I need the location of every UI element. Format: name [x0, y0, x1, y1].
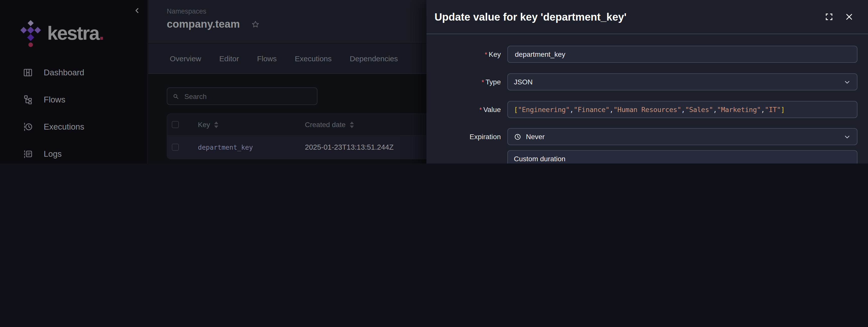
app-window: kestra. Dashboard Flows Executions [0, 0, 868, 164]
json-comma: , [713, 106, 717, 114]
drawer-header: Update value for key 'department_key' [427, 0, 868, 34]
json-comma: , [569, 106, 574, 114]
value-field-row: *Value ["Engineering","Finance","Human R… [427, 101, 868, 118]
json-string: "IT" [765, 106, 781, 114]
expiration-field-label: Expiration [427, 132, 507, 141]
custom-duration-row: Custom duration [427, 150, 868, 164]
type-field-label: *Type [427, 78, 507, 86]
update-kv-drawer: Update value for key 'department_key' *K… [427, 0, 868, 164]
json-bracket: [ [514, 106, 518, 114]
json-string: "Human Resources" [613, 106, 681, 114]
custom-duration-button[interactable]: Custom duration [507, 150, 858, 164]
json-comma: , [761, 106, 765, 114]
required-marker: * [482, 78, 484, 86]
json-string: "Finance" [574, 106, 610, 114]
kv-form: *Key *Type JSON *Value ["Engineering","F… [427, 34, 868, 164]
key-field[interactable] [507, 46, 858, 63]
expiration-select[interactable]: Never [507, 128, 858, 145]
type-select-value: JSON [514, 78, 533, 86]
key-field-label: *Key [427, 50, 507, 58]
required-marker: * [485, 51, 487, 58]
chevron-down-icon [843, 78, 851, 86]
json-comma: , [610, 106, 614, 114]
close-icon[interactable] [845, 12, 854, 21]
json-string: "Marketing" [717, 106, 761, 114]
required-marker: * [479, 106, 482, 114]
json-bracket: ] [781, 106, 785, 114]
type-select[interactable]: JSON [507, 73, 858, 90]
custom-duration-label: Custom duration [514, 155, 565, 163]
type-field-row: *Type JSON [427, 73, 868, 90]
modal-overlay[interactable] [0, 0, 427, 164]
json-comma: , [681, 106, 685, 114]
drawer-title: Update value for key 'department_key' [434, 11, 825, 23]
clock-icon [514, 133, 521, 140]
key-input[interactable] [514, 50, 851, 59]
value-field-label: *Value [427, 106, 507, 114]
chevron-down-icon [843, 133, 851, 140]
fullscreen-icon[interactable] [825, 12, 833, 21]
expiration-field-row: Expiration Never [427, 128, 868, 145]
key-field-row: *Key [427, 46, 868, 63]
json-string: "Engineering" [518, 106, 569, 114]
value-input[interactable]: ["Engineering","Finance","Human Resource… [507, 101, 858, 118]
expiration-select-value: Never [526, 132, 545, 141]
json-string: "Sales" [685, 106, 713, 114]
